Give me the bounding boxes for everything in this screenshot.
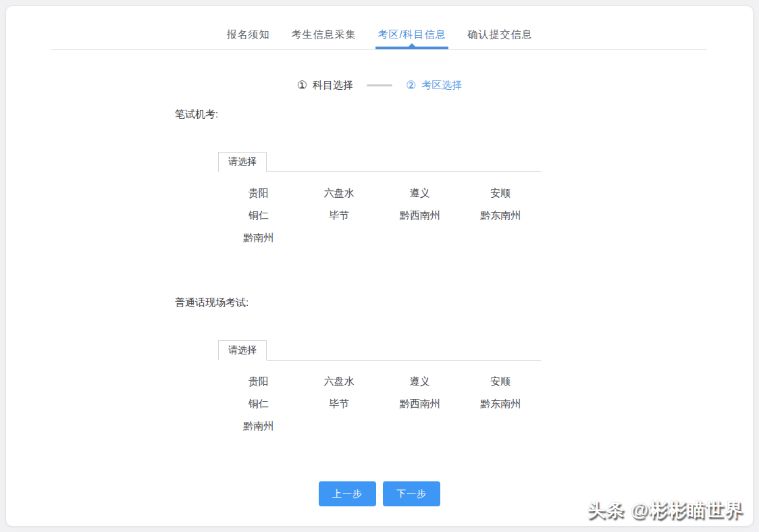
step-1-label: 科目选择: [313, 79, 353, 92]
step-indicator: ① 科目选择 ② 考区选择: [6, 78, 753, 92]
written-exam-select-area: 请选择 贵阳 六盘水 遵义 安顺 铜仁 毕节 黔西南州 黔东南州 黔南州: [218, 152, 541, 248]
written-exam-city-grid: 贵阳 六盘水 遵义 安顺 铜仁 毕节 黔西南州 黔东南州 黔南州: [218, 172, 541, 248]
please-select-tab[interactable]: 请选择: [218, 152, 267, 172]
city-option[interactable]: 六盘水: [299, 182, 380, 204]
section-label-written-exam: 笔试机考:: [175, 108, 753, 121]
city-option[interactable]: 遵义: [380, 182, 461, 204]
mandarin-exam-select-area: 请选择 贵阳 六盘水 遵义 安顺 铜仁 毕节 黔西南州 黔东南州 黔南州: [218, 340, 541, 437]
step-2-label: 考区选择: [421, 79, 462, 92]
step-connector-line: [367, 84, 392, 86]
city-option[interactable]: 毕节: [299, 204, 380, 226]
city-option[interactable]: 黔东南州: [461, 392, 542, 415]
active-tab-indicator: [375, 47, 448, 49]
please-select-tab[interactable]: 请选择: [218, 340, 267, 361]
city-option[interactable]: 安顺: [461, 182, 542, 204]
tab-candidate-info-collection[interactable]: 考生信息采集: [291, 28, 356, 49]
registration-card: 报名须知 考生信息采集 考区/科目信息 确认提交信息 ① 科目选择 ② 考区选择…: [5, 5, 754, 527]
city-option[interactable]: 贵阳: [218, 182, 299, 204]
tabbar-divider: [51, 49, 707, 50]
step-exam-area-selection: ② 考区选择: [406, 78, 462, 92]
step-2-number-icon: ②: [406, 78, 416, 92]
active-tab-notch-icon: [408, 43, 416, 47]
tab-confirm-submit-info[interactable]: 确认提交信息: [468, 28, 533, 49]
section-written-computer-exam: 笔试机考: 请选择 贵阳 六盘水 遵义 安顺 铜仁 毕节 黔西南州 黔东南州 黔…: [6, 108, 753, 248]
previous-step-button[interactable]: 上一步: [319, 481, 376, 506]
city-option[interactable]: 黔南州: [218, 415, 299, 437]
city-option[interactable]: 毕节: [299, 392, 380, 415]
city-option[interactable]: 铜仁: [218, 204, 299, 226]
city-option[interactable]: 铜仁: [218, 392, 299, 415]
page-background: 报名须知 考生信息采集 考区/科目信息 确认提交信息 ① 科目选择 ② 考区选择…: [0, 0, 759, 532]
tab-exam-area-subject-info[interactable]: 考区/科目信息: [377, 28, 446, 49]
mandarin-exam-select-tabbar: 请选择: [218, 340, 541, 361]
section-mandarin-onsite-exam: 普通话现场考试: 请选择 贵阳 六盘水 遵义 安顺 铜仁 毕节 黔西南州 黔东南…: [6, 296, 753, 437]
mandarin-exam-city-grid: 贵阳 六盘水 遵义 安顺 铜仁 毕节 黔西南州 黔东南州 黔南州: [218, 361, 541, 437]
city-option[interactable]: 黔西南州: [380, 392, 461, 415]
city-option[interactable]: 安顺: [461, 370, 542, 392]
city-option[interactable]: 遵义: [380, 370, 461, 392]
step-subject-selection: ① 科目选择: [297, 78, 353, 92]
city-option[interactable]: 黔南州: [218, 226, 299, 248]
bottom-button-row: 上一步 下一步: [6, 481, 753, 506]
written-exam-select-tabbar: 请选择: [218, 152, 541, 172]
step-1-number-icon: ①: [297, 78, 307, 92]
top-tabbar: 报名须知 考生信息采集 考区/科目信息 确认提交信息: [6, 6, 753, 49]
tab-label: 考区/科目信息: [377, 28, 446, 40]
city-option[interactable]: 黔东南州: [461, 204, 542, 226]
next-step-button[interactable]: 下一步: [383, 481, 440, 506]
tab-registration-notice[interactable]: 报名须知: [226, 28, 269, 49]
city-option[interactable]: 贵阳: [218, 370, 299, 392]
section-label-mandarin-exam: 普通话现场考试:: [175, 296, 753, 309]
city-option[interactable]: 六盘水: [299, 370, 380, 392]
city-option[interactable]: 黔西南州: [380, 204, 461, 226]
